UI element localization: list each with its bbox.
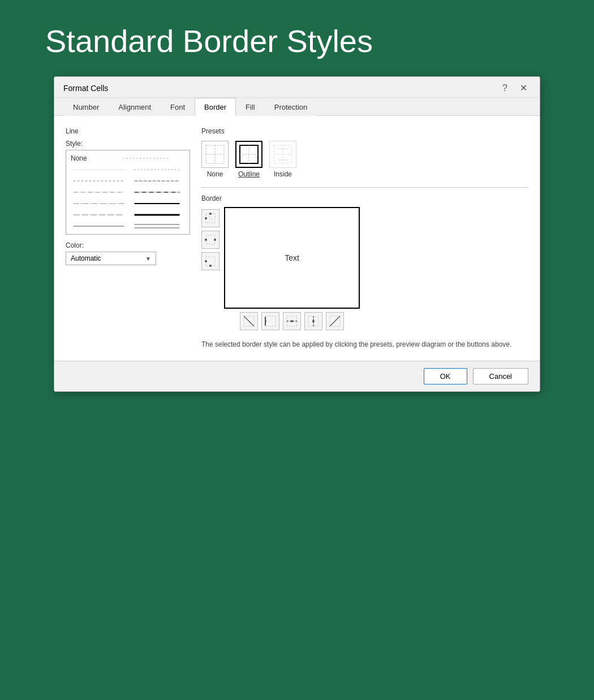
svg-point-27: [209, 213, 212, 215]
line-style-long-dash-dot[interactable]: [70, 198, 186, 209]
color-label: Color:: [66, 241, 190, 249]
border-btn-middle-left[interactable]: [201, 231, 219, 249]
preset-inside-label: Inside: [274, 170, 292, 178]
dropdown-arrow-icon: ▼: [145, 256, 151, 262]
line-preview-ldd1: [71, 200, 127, 208]
tab-fill[interactable]: Fill: [236, 98, 265, 116]
border-btn-diag-up[interactable]: [326, 312, 344, 330]
svg-point-33: [209, 265, 212, 267]
border-preview-box[interactable]: Text: [224, 207, 360, 309]
none-label: None: [71, 154, 102, 162]
line-style-dotted-fine[interactable]: [70, 164, 186, 175]
line-preview-dd1b: [129, 188, 185, 196]
content-row: Line Style: None: [66, 127, 528, 349]
tab-bar: Number Alignment Font Border Fill Protec…: [54, 98, 540, 116]
svg-point-30: [205, 239, 207, 241]
line-preview-dot1: [71, 166, 127, 174]
line-style-long-dash[interactable]: [70, 209, 186, 221]
line-section-label: Line: [66, 127, 190, 135]
tab-alignment[interactable]: Alignment: [109, 98, 161, 116]
preset-none-icon: [201, 141, 229, 168]
cancel-button[interactable]: Cancel: [473, 368, 528, 384]
border-btn-top-left[interactable]: [201, 209, 219, 227]
border-btn-horizontal-center[interactable]: [283, 312, 301, 330]
bottom-border-buttons: [224, 312, 360, 330]
divider: [201, 187, 528, 188]
line-preview-ld1: [71, 211, 127, 219]
line-style-none[interactable]: None: [70, 153, 186, 164]
line-preview-sdash1b: [129, 177, 185, 185]
line-preview-dash1: [106, 154, 185, 162]
preset-inside[interactable]: Inside: [269, 141, 296, 178]
color-value: Automatic: [71, 254, 101, 262]
line-preview-dot1b: [129, 166, 185, 174]
tab-font[interactable]: Font: [161, 98, 195, 116]
dialog-titlebar: Format Cells ? ✕: [54, 77, 540, 98]
line-style-dash-dot[interactable]: [70, 187, 186, 198]
presets-label: Presets: [201, 127, 528, 135]
left-border-buttons: [201, 207, 219, 270]
svg-line-47: [330, 316, 340, 326]
preset-outline-label: Outline: [238, 170, 260, 178]
dialog-title-label: Format Cells: [63, 84, 108, 93]
svg-rect-29: [206, 235, 215, 244]
preset-none-label: None: [207, 170, 223, 178]
line-preview-solid1b: [129, 222, 185, 230]
line-preview-dd1: [71, 188, 127, 196]
help-button[interactable]: ?: [499, 83, 511, 94]
hint-text: The selected border style can be applied…: [201, 339, 528, 349]
preset-outline[interactable]: Outline: [235, 141, 262, 178]
svg-point-34: [205, 260, 207, 262]
format-cells-dialog: Format Cells ? ✕ Number Alignment Font B…: [54, 76, 540, 392]
line-preview-sdash1: [71, 177, 127, 185]
line-style-solid-thin[interactable]: [70, 221, 186, 232]
line-preview-ld1b: [129, 211, 185, 219]
border-btn-vertical-center[interactable]: [304, 312, 322, 330]
preset-inside-icon: [269, 141, 296, 168]
tab-border[interactable]: Border: [195, 98, 236, 116]
svg-rect-32: [206, 257, 215, 266]
border-btn-diag-down[interactable]: [240, 312, 258, 330]
svg-line-26: [208, 216, 213, 221]
border-btn-left[interactable]: [261, 312, 279, 330]
page-title: Standard Border Styles: [45, 23, 373, 59]
left-panel: Line Style: None: [66, 127, 190, 349]
dialog-footer: OK Cancel: [54, 361, 540, 391]
line-style-short-dash[interactable]: [70, 175, 186, 187]
preview-text: Text: [285, 253, 299, 262]
presets-row: None Outline: [201, 141, 528, 178]
border-section: Text: [201, 207, 528, 309]
titlebar-controls: ? ✕: [499, 83, 531, 94]
svg-point-31: [214, 239, 216, 241]
dialog-body: Line Style: None: [54, 116, 540, 361]
preset-none[interactable]: None: [201, 141, 229, 178]
svg-line-36: [244, 316, 254, 326]
color-dropdown[interactable]: Automatic ▼: [66, 252, 156, 265]
tab-number[interactable]: Number: [63, 98, 109, 116]
style-label: Style:: [66, 140, 190, 148]
tab-protection[interactable]: Protection: [265, 98, 317, 116]
preset-outline-icon: [235, 141, 262, 168]
right-panel: Presets None: [201, 127, 528, 349]
svg-point-28: [205, 217, 207, 219]
ok-button[interactable]: OK: [424, 368, 467, 384]
close-button[interactable]: ✕: [516, 83, 531, 94]
border-btn-bottom-left[interactable]: [201, 252, 219, 270]
line-preview-ldd1b: [129, 200, 185, 208]
line-preview-solid1: [71, 222, 127, 230]
line-style-box[interactable]: None: [66, 150, 190, 235]
border-label: Border: [201, 195, 528, 202]
svg-rect-37: [265, 316, 276, 326]
